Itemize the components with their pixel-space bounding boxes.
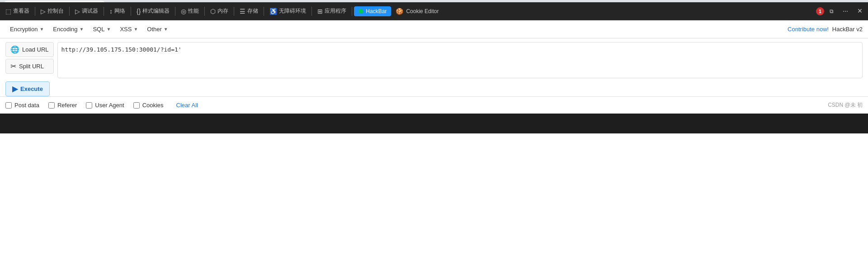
url-textarea-wrap: http://39.105.175.150:30001/?id=1' (57, 42, 863, 80)
accessibility-icon: ♿ (269, 8, 277, 15)
separator-2 (69, 7, 70, 16)
cookie-icon: 🍪 (396, 8, 403, 15)
hackbar-content: Encryption ▼ Encoding ▼ SQL ▼ XSS ▼ Othe… (0, 20, 868, 114)
url-input[interactable]: http://39.105.175.150:30001/?id=1' (57, 42, 863, 78)
post-data-row: Post data Referer User Agent Cookies Cle… (0, 96, 868, 114)
network-icon: ↕ (109, 8, 113, 15)
more-options-button[interactable]: ⋯ (839, 6, 852, 16)
encryption-arrow: ▼ (39, 27, 44, 32)
devtools-network-tab[interactable]: ↕ 网络 (106, 5, 129, 17)
user-agent-checkbox[interactable]: User Agent (86, 102, 124, 109)
other-arrow: ▼ (164, 27, 168, 32)
devtools-performance-tab[interactable]: ◎ 性能 (177, 5, 203, 17)
execute-button[interactable]: ▶ Execute (5, 81, 50, 96)
cookies-input[interactable] (133, 102, 140, 109)
menu-encoding[interactable]: Encoding ▼ (48, 24, 88, 34)
load-url-button[interactable]: 🌐 Load URL (5, 42, 54, 57)
hackbar-menubar: Encryption ▼ Encoding ▼ SQL ▼ XSS ▼ Othe… (0, 20, 868, 38)
execute-play-icon: ▶ (12, 85, 18, 93)
hackbar-tab[interactable]: HackBar (354, 6, 391, 16)
cookie-editor-label: Cookie Editor (406, 8, 439, 14)
devtools-debugger-tab[interactable]: ▷ 调试器 (71, 5, 102, 17)
csdn-credit: CSDN @未 初 (828, 101, 863, 109)
devtools-inspector-tab[interactable]: ⬚ 查看器 (2, 5, 33, 17)
encoding-arrow: ▼ (80, 27, 84, 32)
style-editor-icon: {} (137, 8, 141, 15)
contribute-text[interactable]: Contribute now! HackBar v2 (788, 26, 863, 33)
hackbar-dot (359, 9, 363, 14)
split-url-icon: ✂ (10, 62, 16, 71)
post-data-input[interactable] (5, 102, 12, 109)
sql-arrow: ▼ (106, 27, 111, 32)
user-agent-input[interactable] (86, 102, 92, 109)
url-row: 🌐 Load URL ✂ Split URL http://39.105.175… (0, 38, 868, 80)
error-badge: 1 (816, 7, 824, 15)
separator-10 (352, 7, 352, 16)
apps-icon: ⊞ (317, 8, 323, 15)
separator-1 (35, 7, 35, 16)
clear-all-button[interactable]: Clear All (176, 102, 198, 109)
separator-5 (175, 7, 175, 16)
storage-icon: ☰ (240, 8, 245, 15)
debugger-icon: ▷ (75, 8, 80, 15)
devtools-apps-tab[interactable]: ⊞ 应用程序 (314, 5, 350, 17)
memory-icon: ⬡ (210, 8, 216, 15)
resize-devtools-button[interactable]: ⧉ (826, 6, 837, 16)
cookie-editor-tab[interactable]: 🍪 Cookie Editor (391, 6, 443, 17)
devtools-memory-tab[interactable]: ⬡ 内存 (207, 5, 232, 17)
hackbar-label: HackBar (366, 8, 387, 14)
separator-9 (311, 7, 312, 16)
referer-checkbox[interactable]: Referer (48, 102, 77, 109)
devtools-style-editor-tab[interactable]: {} 样式编辑器 (133, 5, 173, 17)
menu-sql[interactable]: SQL ▼ (88, 24, 115, 34)
referer-input[interactable] (48, 102, 55, 109)
devtools-storage-tab[interactable]: ☰ 存储 (236, 5, 262, 17)
split-url-button[interactable]: ✂ Split URL (5, 59, 54, 74)
separator-6 (204, 7, 205, 16)
xss-arrow: ▼ (133, 27, 138, 32)
console-icon: ▷ (41, 8, 46, 15)
performance-icon: ◎ (181, 8, 186, 15)
post-data-checkbox[interactable]: Post data (5, 102, 39, 109)
separator-7 (234, 7, 234, 16)
devtools-console-tab[interactable]: ▷ 控制台 (37, 5, 67, 17)
devtools-right-controls: 1 ⧉ ⋯ × (816, 5, 866, 18)
menu-xss[interactable]: XSS ▼ (115, 24, 142, 34)
execute-row: ▶ Execute (0, 80, 868, 96)
separator-4 (131, 7, 131, 16)
cookies-checkbox[interactable]: Cookies (133, 102, 164, 109)
hackbar-version: HackBar v2 (832, 26, 863, 33)
load-url-icon: 🌐 (10, 45, 19, 54)
devtools-toolbar: ⬚ 查看器 ▷ 控制台 ▷ 调试器 ↕ 网络 {} 样式编辑器 (0, 2, 868, 20)
devtools-close-button[interactable]: × (854, 5, 866, 18)
menu-encryption[interactable]: Encryption ▼ (5, 24, 48, 34)
separator-8 (264, 7, 264, 16)
separator-3 (104, 7, 104, 16)
inspector-icon: ⬚ (5, 8, 11, 15)
menu-other[interactable]: Other ▼ (142, 24, 172, 34)
left-actions: 🌐 Load URL ✂ Split URL (5, 42, 54, 80)
error-count: 1 (819, 9, 821, 14)
devtools-panel: ⬚ 查看器 ▷ 控制台 ▷ 调试器 ↕ 网络 {} 样式编辑器 (0, 2, 868, 133)
devtools-accessibility-tab[interactable]: ♿ 无障碍环境 (266, 5, 310, 17)
